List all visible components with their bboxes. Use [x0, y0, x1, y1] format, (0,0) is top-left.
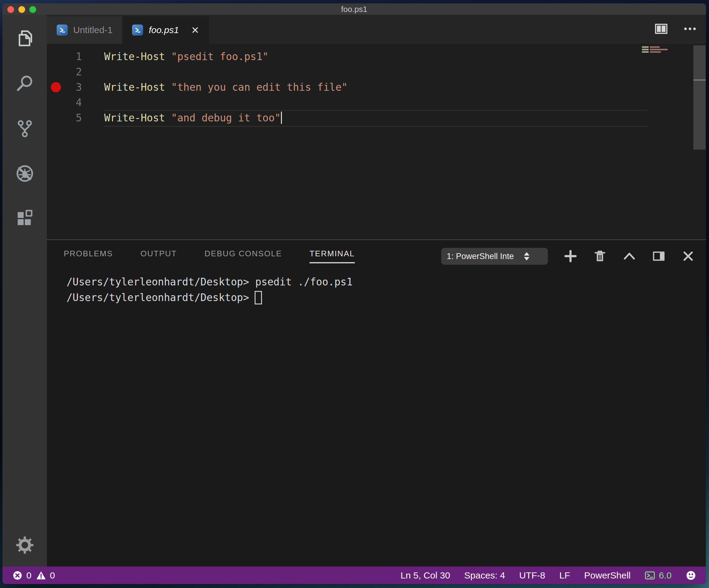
close-tab-button[interactable] [191, 26, 199, 34]
terminal-output[interactable]: /Users/tylerleonhardt/Desktop> psedit ./… [47, 272, 706, 305]
panel-right-icon [652, 249, 665, 263]
scrollbar-cursor-marker [693, 79, 706, 81]
new-terminal-button[interactable] [564, 249, 577, 263]
breakpoint-gutter[interactable] [47, 82, 68, 92]
minimap-line [642, 49, 667, 50]
vscode-window: foo.ps1 Untitled-1foo.ps1 1Write-Host "p… [2, 3, 706, 584]
split-editor-icon [654, 23, 668, 35]
token-string: "then you can edit this file" [171, 81, 348, 93]
minimap-bar [650, 49, 667, 50]
terminal-selector-value: 1: PowerShell Inte [447, 251, 522, 261]
status-errors[interactable]: 0 [12, 570, 31, 581]
settings-button[interactable] [15, 535, 35, 555]
status-encoding-label: UTF-8 [519, 570, 545, 581]
files-icon [15, 29, 34, 48]
powershell-icon [132, 25, 143, 35]
minimap-line [642, 46, 667, 48]
code-line: 1Write-Host "psedit foo.ps1" [47, 49, 706, 64]
status-eol-label: LF [559, 570, 570, 581]
tab-label: Untitled-1 [73, 25, 112, 35]
terminal-cursor [255, 291, 262, 304]
warning-icon [36, 570, 46, 581]
minimap-bar [642, 46, 649, 48]
panel-tab-terminal[interactable]: TERMINAL [310, 249, 354, 263]
minimap-bar [642, 51, 649, 53]
code-text: Write-Host "then you can edit this file" [104, 81, 348, 93]
powershell-icon [57, 25, 68, 35]
move-panel-button[interactable] [652, 249, 665, 263]
code-editor[interactable]: 1Write-Host "psedit foo.ps1"23Write-Host… [47, 44, 706, 239]
chevron-up-icon [623, 249, 636, 263]
activity-bar-search[interactable] [15, 74, 35, 93]
activity-bar-source-control[interactable] [15, 119, 35, 138]
ellipsis-icon [683, 23, 697, 35]
line-number[interactable]: 2 [68, 66, 82, 78]
status-powershell-version[interactable]: 6.0 [645, 570, 672, 581]
minimap[interactable] [642, 46, 667, 53]
status-warnings-count: 0 [50, 570, 55, 581]
code-line: 3Write-Host "then you can edit this file… [47, 79, 706, 95]
editor-tab-foo-ps1[interactable]: foo.ps1 [122, 16, 209, 44]
line-number[interactable]: 4 [68, 97, 82, 108]
line-number[interactable]: 3 [68, 81, 82, 93]
status-bar: 00 Ln 5, Col 30Spaces: 4UTF-8LFPowerShel… [2, 566, 706, 584]
terminal-command: psedit ./foo.ps1 [249, 274, 353, 290]
status-cursor-position[interactable]: Ln 5, Col 30 [400, 570, 450, 581]
status-cursor-position-label: Ln 5, Col 30 [400, 570, 450, 581]
status-feedback[interactable] [686, 570, 696, 581]
code-text: Write-Host "and debug it too" [104, 111, 282, 124]
minimap-bar [642, 49, 649, 50]
code-text: Write-Host "psedit foo.ps1" [104, 51, 268, 62]
panel-tab-output[interactable]: OUTPUT [141, 249, 177, 263]
activity-bar-explorer[interactable] [15, 28, 35, 48]
extensions-icon [15, 209, 34, 228]
terminal-prompt: /Users/tylerleonhardt/Desktop> [67, 274, 249, 290]
panel-header: PROBLEMSOUTPUTDEBUG CONSOLETERMINAL 1: P… [47, 240, 706, 272]
error-icon [12, 570, 23, 581]
gear-icon [15, 536, 34, 555]
maximize-panel-button[interactable] [623, 249, 636, 263]
more-actions-button[interactable] [683, 23, 697, 35]
terminal-prompt: /Users/tylerleonhardt/Desktop> [67, 290, 249, 305]
token-command: Write-Host [104, 112, 171, 124]
activity-bar [2, 15, 47, 566]
panel-tab-debug-console[interactable]: DEBUG CONSOLE [204, 249, 282, 263]
panel-tab-problems[interactable]: PROBLEMS [64, 249, 113, 263]
status-eol[interactable]: LF [559, 570, 570, 581]
terminal-line: /Users/tylerleonhardt/Desktop> psedit ./… [67, 274, 706, 290]
titlebar: foo.ps1 [2, 3, 706, 15]
status-indentation-label: Spaces: 4 [464, 570, 505, 581]
status-language-mode-label: PowerShell [584, 570, 631, 581]
bottom-panel: PROBLEMSOUTPUTDEBUG CONSOLETERMINAL 1: P… [47, 239, 706, 566]
activity-bar-debug[interactable] [15, 164, 35, 183]
editor-scrollbar[interactable] [693, 45, 706, 150]
status-powershell-version-label: 6.0 [659, 570, 672, 581]
status-warnings[interactable]: 0 [36, 570, 55, 581]
breakpoint-dot [51, 82, 61, 92]
terminal-line: /Users/tylerleonhardt/Desktop> [67, 290, 706, 305]
minimap-bar [650, 51, 661, 53]
ps-session-icon [645, 570, 655, 581]
terminal-selector[interactable]: 1: PowerShell Inte [441, 248, 548, 264]
debug-icon [15, 164, 34, 183]
token-string: "and debug it too" [171, 112, 281, 124]
close-panel-button[interactable] [681, 249, 695, 263]
editor-tab-untitled-1[interactable]: Untitled-1 [47, 16, 122, 44]
line-number[interactable]: 5 [68, 112, 82, 124]
status-indentation[interactable]: Spaces: 4 [464, 570, 505, 581]
status-errors-count: 0 [26, 570, 31, 581]
split-editor-button[interactable] [654, 23, 668, 35]
tab-label: foo.ps1 [149, 25, 179, 35]
status-language-mode[interactable]: PowerShell [584, 570, 631, 581]
search-icon [15, 74, 34, 93]
status-encoding[interactable]: UTF-8 [519, 570, 545, 581]
kill-terminal-button[interactable] [593, 249, 607, 263]
line-number[interactable]: 1 [68, 51, 82, 62]
minimap-bar [650, 46, 660, 48]
editor-tab-bar: Untitled-1foo.ps1 [47, 15, 706, 44]
source-control-icon [15, 119, 34, 138]
plus-icon [564, 249, 577, 263]
select-arrows-icon [524, 252, 529, 260]
code-line: 4 [47, 95, 706, 110]
activity-bar-extensions[interactable] [15, 209, 35, 228]
